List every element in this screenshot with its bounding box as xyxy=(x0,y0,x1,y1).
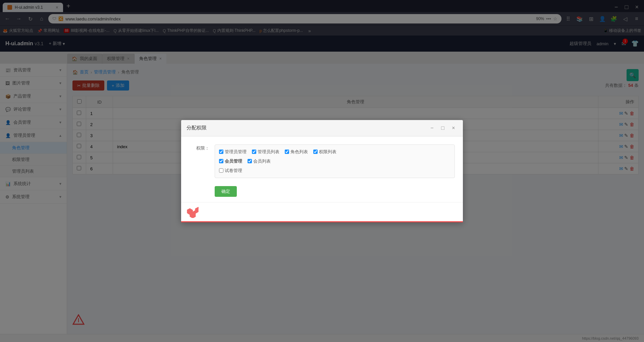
perm-role-list[interactable]: 角色列表 xyxy=(285,149,308,155)
permission-label: 权限： xyxy=(189,145,209,151)
checkbox-admin-manage[interactable] xyxy=(219,150,223,154)
perm-exam-manage[interactable]: 试卷管理 xyxy=(219,168,242,174)
checkbox-admin-list[interactable] xyxy=(252,150,256,154)
perm-admin-list[interactable]: 管理员列表 xyxy=(252,149,279,155)
perm-permission-list[interactable]: 权限列表 xyxy=(313,149,336,155)
perm-member-manage[interactable]: 会员管理 xyxy=(219,158,242,164)
checkbox-exam-manage[interactable] xyxy=(219,168,223,173)
checkbox-member-list[interactable] xyxy=(248,159,252,163)
modal-minimize-button[interactable]: − xyxy=(428,124,436,132)
permission-group-box: 管理员管理 管理员列表 角色列表 权限列表 xyxy=(215,145,455,178)
perm-member-list[interactable]: 会员列表 xyxy=(248,158,271,164)
checkbox-member-manage[interactable] xyxy=(219,159,223,163)
checkbox-role-list[interactable] xyxy=(285,150,289,154)
modal-close-button[interactable]: × xyxy=(449,124,458,132)
modal-maximize-button[interactable]: □ xyxy=(439,124,447,132)
modal-header: 分配权限 − □ × xyxy=(181,120,463,136)
laravel-brand-logo xyxy=(186,206,199,219)
modal-overlay[interactable]: 分配权限 − □ × 权限： 管理员管理 xyxy=(0,0,644,342)
confirm-button[interactable]: 确定 xyxy=(215,186,237,197)
assign-permission-modal: 分配权限 − □ × 权限： 管理员管理 xyxy=(181,120,463,222)
perm-admin-manage[interactable]: 管理员管理 xyxy=(219,149,247,155)
modal-body: 权限： 管理员管理 管理员列表 角 xyxy=(181,136,463,202)
modal-title: 分配权限 xyxy=(186,125,207,131)
checkbox-permission-list[interactable] xyxy=(313,150,318,154)
